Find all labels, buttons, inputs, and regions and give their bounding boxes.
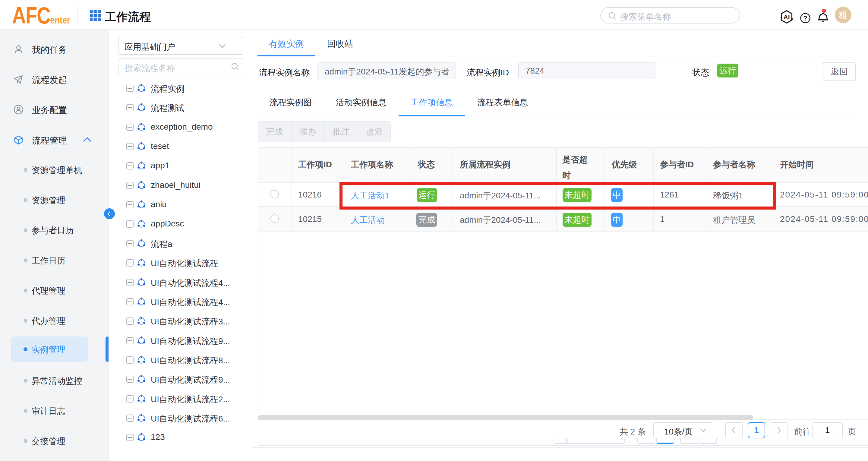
- svg-text:?: ?: [803, 14, 807, 22]
- svg-text:AI: AI: [783, 13, 790, 21]
